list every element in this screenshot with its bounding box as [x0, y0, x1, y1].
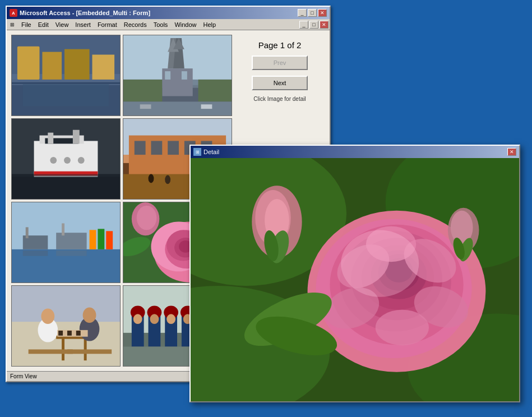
svg-point-72	[137, 206, 157, 230]
svg-rect-61	[23, 251, 48, 256]
svg-rect-57	[62, 223, 64, 235]
detail-title: Detail	[203, 149, 219, 155]
image-cell-7[interactable]	[11, 285, 121, 367]
svg-rect-90	[67, 349, 112, 354]
svg-rect-22	[123, 101, 232, 115]
menu-bar-left: ⊞	[7, 20, 18, 29]
svg-rect-62	[56, 251, 86, 256]
main-window-title: Microsoft Access - [Embedded_Multi : For…	[20, 10, 150, 16]
title-bar-left: A Microsoft Access - [Embedded_Multi : F…	[10, 9, 150, 17]
menu-file[interactable]: File	[18, 21, 35, 29]
main-window-controls: _ □ ✕	[298, 9, 327, 17]
svg-point-84	[83, 307, 96, 323]
svg-rect-24	[201, 104, 212, 109]
menu-format[interactable]: Format	[94, 21, 121, 29]
svg-rect-20	[123, 80, 162, 101]
svg-point-82	[41, 308, 54, 324]
image-cell-1[interactable]	[11, 35, 121, 116]
svg-point-137	[376, 310, 429, 346]
svg-rect-23	[140, 104, 151, 109]
svg-rect-86	[58, 331, 63, 336]
svg-rect-88	[76, 331, 81, 336]
svg-point-138	[341, 230, 419, 297]
svg-rect-18	[165, 71, 170, 80]
svg-rect-60	[106, 231, 113, 249]
menu-records[interactable]: Records	[121, 21, 150, 29]
close-button[interactable]: ✕	[318, 9, 327, 17]
svg-rect-36	[12, 174, 120, 177]
rose-svg	[191, 158, 519, 401]
svg-rect-76	[12, 319, 120, 366]
menu-window[interactable]: Window	[171, 21, 200, 29]
svg-rect-89	[29, 349, 73, 354]
menu-icon: ⊞	[8, 20, 17, 29]
minimize-button[interactable]: _	[298, 9, 307, 17]
detail-image-area	[191, 158, 519, 401]
svg-rect-56	[56, 233, 86, 249]
svg-rect-59	[98, 229, 104, 249]
svg-rect-42	[151, 141, 162, 155]
inner-restore-max[interactable]: □	[309, 21, 318, 29]
menu-items: File Edit View Insert Format Records Too…	[18, 21, 219, 29]
svg-rect-7	[12, 82, 120, 84]
svg-rect-6	[92, 55, 115, 80]
image-cell-2[interactable]	[123, 35, 232, 116]
inner-restore-close[interactable]: ✕	[320, 21, 329, 29]
svg-rect-5	[64, 49, 90, 80]
image-cell-3[interactable]	[11, 118, 121, 200]
svg-rect-3	[17, 47, 40, 80]
detail-title-left: ⊞ Detail	[193, 148, 219, 156]
rose-background	[191, 158, 519, 401]
menu-bar: ⊞ File Edit View Insert Format Records T…	[7, 19, 330, 30]
detail-title-bar: ⊞ Detail ✕	[191, 146, 519, 158]
svg-rect-43	[168, 141, 179, 155]
svg-point-34	[78, 157, 85, 164]
svg-rect-21	[198, 80, 232, 101]
svg-rect-30	[48, 133, 53, 144]
svg-point-108	[166, 314, 175, 324]
detail-window-controls: ✕	[507, 148, 516, 156]
access-icon: A	[10, 9, 17, 17]
menu-tools[interactable]: Tools	[150, 21, 172, 29]
maximize-button[interactable]: □	[308, 9, 317, 17]
svg-point-33	[64, 157, 71, 164]
menu-view[interactable]: View	[52, 21, 72, 29]
menu-help[interactable]: Help	[200, 21, 220, 29]
menu-edit[interactable]: Edit	[35, 21, 52, 29]
svg-rect-55	[26, 227, 29, 238]
svg-point-32	[50, 157, 57, 164]
detail-close-button[interactable]: ✕	[507, 148, 516, 156]
page-indicator: Page 1 of 2	[258, 40, 302, 50]
svg-rect-77	[12, 286, 120, 322]
inner-restore-min[interactable]: _	[299, 21, 308, 29]
svg-point-106	[133, 314, 142, 324]
svg-rect-31	[73, 130, 80, 144]
svg-point-48	[165, 175, 170, 184]
status-left: Form View	[10, 373, 37, 379]
prev-button[interactable]: Prev	[252, 55, 308, 70]
menu-bar-right: _ □ ✕	[299, 21, 330, 29]
main-title-bar: A Microsoft Access - [Embedded_Multi : F…	[7, 7, 330, 19]
menu-insert[interactable]: Insert	[72, 21, 94, 29]
detail-icon: ⊞	[193, 148, 201, 156]
detail-window: ⊞ Detail ✕	[189, 145, 520, 402]
click-hint: Click Image for detail	[253, 96, 306, 102]
svg-point-107	[150, 314, 159, 324]
svg-rect-4	[42, 52, 62, 80]
next-button[interactable]: Next	[252, 76, 308, 90]
svg-rect-26	[12, 174, 120, 199]
svg-rect-87	[67, 331, 72, 336]
image-cell-5[interactable]	[11, 202, 121, 283]
svg-rect-19	[182, 71, 187, 80]
svg-rect-8	[23, 84, 109, 106]
svg-rect-58	[90, 230, 96, 249]
svg-rect-41	[135, 141, 146, 155]
svg-point-47	[149, 174, 154, 183]
